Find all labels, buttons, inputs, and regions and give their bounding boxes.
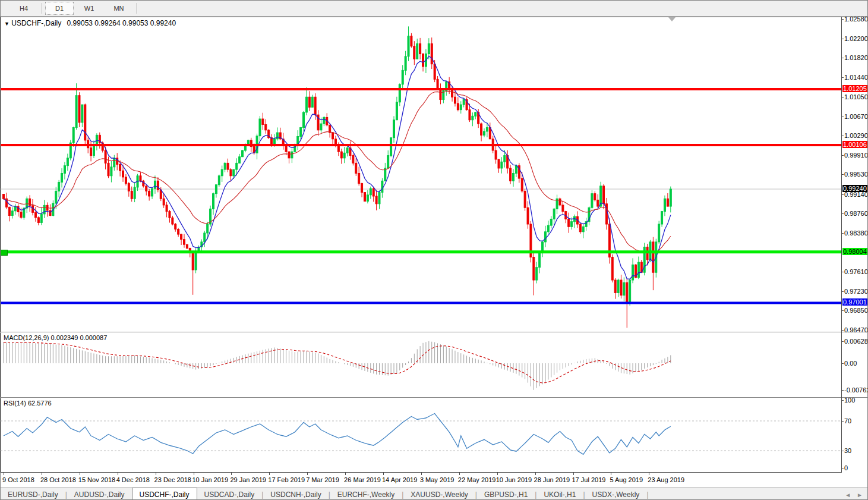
- bull-candle: [303, 112, 305, 128]
- bull-candle: [483, 131, 485, 135]
- bull-candle: [623, 282, 625, 295]
- bear-candle: [603, 186, 605, 204]
- price-tick-label: 0.97610: [844, 268, 868, 275]
- macd-tick-label: -0.00762: [844, 386, 868, 394]
- bear-candle: [495, 150, 497, 159]
- rsi-tick-mark: [841, 468, 844, 468]
- bull-candle: [513, 173, 515, 181]
- chart-title: ▼ USDCHF-,Daily 0.99053 0.99264 0.99053 …: [4, 19, 176, 27]
- bull-candle: [670, 189, 671, 206]
- bull-candle: [416, 43, 418, 59]
- bear-candle: [314, 97, 316, 115]
- bear-candle: [37, 218, 39, 223]
- rsi-tick-label: 30: [844, 447, 868, 454]
- bear-candle: [527, 207, 529, 224]
- price-label-support: 0.97001: [842, 298, 868, 306]
- bear-candle: [626, 282, 628, 303]
- price-tick-label: 1.02580: [844, 15, 868, 23]
- bull-candle: [320, 124, 322, 130]
- price-label-support: 0.98004: [842, 248, 868, 255]
- bull-candle: [43, 205, 45, 214]
- bull-candle: [215, 185, 217, 194]
- bull-candle: [151, 188, 153, 196]
- bear-candle: [3, 194, 5, 199]
- bull-candle: [396, 102, 397, 120]
- bear-candle: [163, 199, 165, 205]
- price-tick-mark: [841, 19, 844, 20]
- bull-candle: [370, 188, 371, 195]
- bear-candle: [355, 163, 357, 173]
- bear-candle: [34, 212, 36, 218]
- bear-candle: [422, 54, 424, 67]
- bull-candle: [550, 219, 552, 225]
- bull-candle: [213, 194, 214, 209]
- bull-candle: [55, 191, 57, 203]
- bull-candle: [11, 211, 13, 216]
- macd-signal-line: [4, 342, 671, 383]
- rsi-line: [4, 414, 671, 455]
- bear-candle: [140, 176, 141, 181]
- bear-candle: [597, 200, 599, 206]
- bull-candle: [536, 268, 538, 280]
- bear-candle: [262, 119, 264, 124]
- bull-candle: [475, 112, 476, 116]
- bear-candle: [620, 280, 622, 295]
- bear-candle: [419, 43, 421, 54]
- bull-candle: [658, 224, 660, 242]
- bear-candle: [105, 150, 106, 163]
- price-tick-mark: [841, 310, 844, 311]
- bear-candle: [49, 210, 51, 216]
- bear-candle: [437, 79, 438, 89]
- bear-candle: [288, 152, 290, 158]
- price-tick-label: 0.96850: [844, 307, 868, 314]
- rsi-tick-label: 70: [844, 417, 868, 424]
- bull-candle: [61, 173, 63, 182]
- bear-candle: [498, 159, 500, 168]
- bear-candle: [20, 212, 22, 217]
- bull-candle: [239, 157, 241, 163]
- bear-candle: [183, 240, 185, 245]
- bear-candle: [119, 165, 121, 171]
- bull-candle: [378, 193, 380, 204]
- bear-candle: [533, 257, 535, 280]
- bear-candle: [579, 224, 581, 232]
- bull-candle: [393, 120, 395, 138]
- bear-candle: [186, 244, 188, 248]
- bear-candle: [375, 196, 377, 204]
- bear-candle: [172, 218, 173, 224]
- price-tick-mark: [841, 174, 844, 175]
- bull-candle: [390, 138, 392, 156]
- bull-candle: [381, 181, 383, 192]
- support-line-handle[interactable]: [1, 250, 8, 256]
- bear-candle: [364, 193, 365, 202]
- bull-candle: [591, 194, 593, 208]
- bull-candle: [553, 209, 555, 219]
- price-tick-label: 1.02200: [844, 35, 868, 42]
- chart-symbol-label: USDCHF-,Daily: [11, 19, 61, 27]
- bull-candle: [40, 214, 42, 223]
- bear-candle: [285, 145, 287, 152]
- bear-candle: [175, 224, 176, 229]
- bull-candle: [367, 195, 368, 202]
- rsi-indicator-label: RSI(14) 62.5776: [4, 400, 52, 407]
- price-tick-mark: [841, 213, 844, 214]
- symbol-dropdown-triangle-icon[interactable]: ▼: [4, 21, 10, 27]
- price-tick-label: 1.01050: [844, 93, 868, 100]
- chart-ohlc-values: 0.99053 0.99264 0.99053 0.99240: [67, 19, 176, 27]
- price-tick-mark: [841, 330, 844, 331]
- rsi-tick-mark: [841, 421, 844, 422]
- bull-candle: [539, 252, 541, 268]
- bull-candle: [547, 225, 549, 232]
- bull-candle: [343, 153, 345, 158]
- price-tick-label: 0.97230: [844, 288, 868, 295]
- bear-candle: [510, 168, 512, 181]
- bull-candle: [259, 119, 261, 136]
- price-tick-label: 1.00290: [844, 132, 868, 139]
- bear-candle: [265, 124, 267, 130]
- bear-candle: [337, 145, 339, 152]
- bull-candle: [504, 156, 506, 162]
- bull-candle: [233, 169, 235, 176]
- bull-candle: [463, 100, 465, 105]
- bull-candle: [571, 222, 573, 227]
- price-tick-label: 1.00670: [844, 113, 868, 120]
